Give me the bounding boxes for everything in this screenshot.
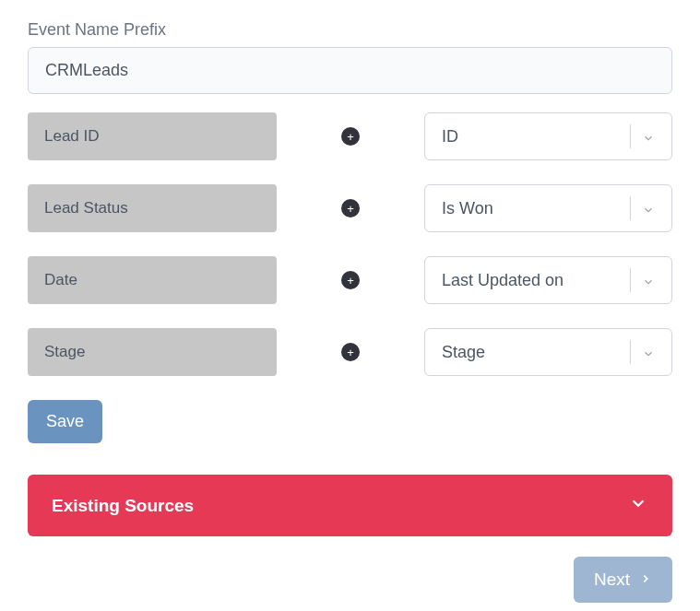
chevron-right-icon (639, 570, 652, 590)
select-lead-status[interactable]: Is Won (424, 184, 672, 232)
save-button[interactable]: Save (28, 400, 102, 443)
select-divider (630, 196, 631, 220)
plus-icon: + (341, 127, 360, 146)
select-value: Stage (442, 343, 623, 362)
chevron-down-icon (628, 493, 648, 518)
existing-sources-accordion[interactable]: Existing Sources (28, 475, 672, 536)
select-stage[interactable]: Stage (424, 328, 672, 376)
select-value: Is Won (442, 199, 623, 218)
event-name-prefix-label: Event Name Prefix (28, 20, 672, 40)
select-divider (630, 124, 631, 148)
field-label-lead-id: Lead ID (28, 112, 277, 160)
next-button-label: Next (594, 570, 630, 590)
select-divider (630, 340, 631, 364)
select-lead-id[interactable]: ID (424, 112, 672, 160)
field-label-lead-status: Lead Status (28, 184, 277, 232)
chevron-down-icon (642, 346, 655, 358)
chevron-down-icon (642, 202, 655, 215)
mapping-row: Lead ID + ID (28, 112, 672, 160)
field-label-stage: Stage (28, 328, 277, 376)
field-label-date: Date (28, 256, 277, 304)
chevron-down-icon (642, 274, 655, 287)
select-value: Last Updated on (442, 271, 623, 290)
plus-icon: + (341, 271, 360, 289)
select-date[interactable]: Last Updated on (424, 256, 672, 304)
plus-icon: + (341, 343, 360, 361)
select-value: ID (442, 127, 623, 147)
event-name-prefix-input[interactable] (28, 47, 672, 94)
next-button[interactable]: Next (574, 557, 672, 603)
plus-icon: + (341, 199, 360, 217)
accordion-title: Existing Sources (52, 496, 194, 516)
mapping-row: Lead Status + Is Won (28, 184, 672, 232)
mapping-row: Date + Last Updated on (28, 256, 672, 304)
mapping-row: Stage + Stage (28, 328, 672, 376)
select-divider (630, 268, 631, 292)
chevron-down-icon (642, 130, 655, 143)
